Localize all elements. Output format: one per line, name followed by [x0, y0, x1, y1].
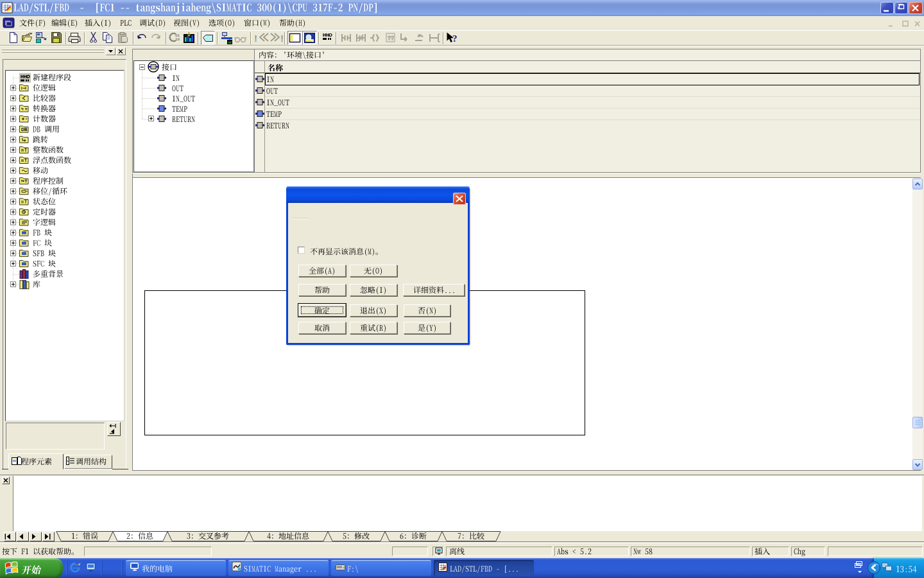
svg-text:?: ?: [452, 33, 458, 44]
svg-text:!: !: [280, 33, 284, 44]
svg-text:??: ??: [388, 35, 394, 41]
svg-text:!: !: [254, 33, 257, 44]
svg-text:10: 10: [175, 37, 180, 42]
svg-text:st: st: [228, 41, 232, 45]
svg-text:DB: DB: [21, 127, 28, 132]
